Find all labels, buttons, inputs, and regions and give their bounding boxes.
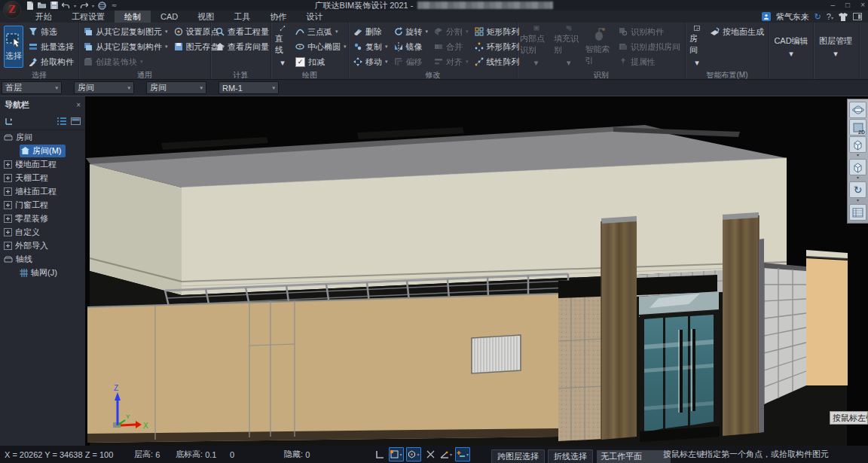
username-label[interactable]: 紫气东来 xyxy=(776,11,809,23)
linear-array-button[interactable]: 线性阵列 xyxy=(473,55,521,69)
schedule-table-button[interactable] xyxy=(849,204,866,221)
merge-button[interactable]: 合并 xyxy=(432,40,470,53)
category-select[interactable]: 房间▾ xyxy=(74,81,134,94)
type-select[interactable]: 房间▾ xyxy=(146,81,206,94)
layer-manage-button[interactable]: 图层管理▾ xyxy=(816,26,855,68)
create-decor-block-button[interactable]: 创建装饰块▾ xyxy=(82,55,170,69)
nav-item-room-category[interactable]: 房间 xyxy=(0,130,85,144)
expand-plus-icon[interactable] xyxy=(4,174,12,182)
expand-plus-icon[interactable] xyxy=(4,187,12,196)
expand-plus-icon[interactable] xyxy=(4,242,12,250)
card-view-icon[interactable] xyxy=(71,117,81,125)
redo-icon[interactable] xyxy=(80,2,88,10)
nav-item-room-m[interactable]: 房间(M) xyxy=(0,144,85,157)
center-ellipse-button[interactable]: 中心椭圆▾ xyxy=(294,40,348,53)
workplane-select[interactable]: 无工作平面▾ xyxy=(596,449,671,463)
expand-plus-icon[interactable] xyxy=(4,201,12,209)
tab-tools[interactable]: 工具 xyxy=(224,11,260,23)
angle-snap-icon[interactable]: ▾ xyxy=(439,448,453,461)
sync-icon[interactable]: ↻ xyxy=(815,12,821,22)
redo-dropdown-icon[interactable]: ▾ xyxy=(92,3,94,8)
glass-entrance-doors[interactable] xyxy=(640,310,720,442)
floor-select[interactable]: 首层▾ xyxy=(2,81,62,94)
maximize-button[interactable]: □ xyxy=(845,0,850,11)
selection-box-toggle[interactable]: ▾ xyxy=(389,447,404,461)
view-cube-button[interactable] xyxy=(849,136,866,153)
nav-item-axis-category[interactable]: 轴线 xyxy=(0,252,85,266)
close-button[interactable]: × xyxy=(860,0,865,11)
expand-plus-icon[interactable] xyxy=(4,160,12,169)
align-button[interactable]: 对齐▾ xyxy=(432,55,470,69)
new-axis-icon[interactable] xyxy=(5,117,14,126)
view-quantities-button[interactable]: 查看工程量 xyxy=(214,25,270,38)
tab-draw[interactable]: 绘制 xyxy=(115,11,151,23)
extract-properties-button[interactable]: 提属性 xyxy=(617,55,682,69)
view-cube-dropdown-icon[interactable]: ▾ xyxy=(857,154,859,158)
select-tool-button[interactable]: 选择 xyxy=(4,26,23,68)
model-viewport[interactable]: Z X Y 2D ▾ ▾ ↻ ▾ 按鼠标左键指定第一个角点，或拾取构件图元 xyxy=(86,96,868,446)
rotate-button[interactable]: 旋转▾ xyxy=(393,25,430,38)
minimize-button[interactable]: – xyxy=(831,0,836,11)
view-2d-button[interactable]: 2D xyxy=(849,119,866,136)
copy-components-from-layer-button[interactable]: 从其它层复制构件▾ xyxy=(82,40,170,53)
rotate-view-button[interactable]: ↻ xyxy=(849,181,866,198)
nav-item-axis-grid[interactable]: 轴网(J) xyxy=(0,266,85,279)
expand-plus-icon[interactable] xyxy=(4,215,12,223)
batch-select-button[interactable]: 批量选择 xyxy=(27,40,75,53)
inner-point-recognize-button[interactable]: 内部点识别▾ xyxy=(520,26,552,68)
deduction-checkbox[interactable]: ✓扣减 xyxy=(294,55,348,69)
save-icon[interactable] xyxy=(50,2,58,10)
tab-cad[interactable]: CAD xyxy=(151,11,188,23)
polar-array-button[interactable]: 环形阵列 xyxy=(473,40,521,53)
rect-array-button[interactable]: 矩形阵列 xyxy=(473,25,521,38)
nav-item-custom[interactable]: 自定义 xyxy=(0,225,85,239)
nav-item-external-import[interactable]: 外部导入 xyxy=(0,239,85,252)
nav-item-ceiling-works[interactable]: 天棚工程 xyxy=(0,171,85,184)
model-3d-view[interactable]: Z X Y xyxy=(86,96,868,448)
help-button[interactable]: ?▾ xyxy=(827,12,833,21)
orbit-view-button[interactable] xyxy=(849,102,866,118)
split-button[interactable]: 分割▾ xyxy=(432,25,470,38)
undo-icon[interactable] xyxy=(62,2,70,10)
expand-plus-icon[interactable] xyxy=(4,228,12,236)
offset-button[interactable]: 偏移 xyxy=(393,55,430,69)
copy-elements-from-layer-button[interactable]: 从其它层复制图元▾ xyxy=(82,25,170,38)
smart-index-button[interactable]: 智能索引 xyxy=(585,26,615,68)
tab-view[interactable]: 视图 xyxy=(188,11,224,23)
cloud-sync-icon[interactable] xyxy=(98,2,106,10)
nav-item-floor-works[interactable]: 楼地面工程 xyxy=(0,157,85,171)
tab-start[interactable]: 开始 xyxy=(26,11,62,23)
customize-toolbar-icon[interactable]: ≂ xyxy=(110,2,118,10)
tab-project-settings[interactable]: 工程设置 xyxy=(62,11,115,23)
nav-item-misc-decor[interactable]: 零星装修 xyxy=(0,212,85,225)
recognize-component-button[interactable]: 识别构件 xyxy=(617,25,682,38)
view-room-quantities-button[interactable]: 查看房间量 xyxy=(214,40,270,53)
theme-skin-icon[interactable] xyxy=(839,13,848,21)
app-logo[interactable]: Z xyxy=(3,1,21,19)
rotate-view-dropdown-icon[interactable]: ▾ xyxy=(857,199,859,203)
cad-edit-button[interactable]: CAD编辑▾ xyxy=(772,26,811,68)
cross-icon[interactable] xyxy=(423,448,437,461)
cross-layer-select-button[interactable]: 跨图层选择 xyxy=(491,449,545,463)
fill-recognize-button[interactable]: 填充识别▾ xyxy=(554,26,583,68)
open-folder-icon[interactable] xyxy=(38,2,46,10)
three-point-arc-button[interactable]: 三点弧▾ xyxy=(294,25,348,38)
pick-element-button[interactable]: 拾取构件 xyxy=(27,55,75,69)
navigator-close-icon[interactable]: × xyxy=(76,101,81,109)
delete-button[interactable]: 删除 xyxy=(352,25,390,38)
tracking-toggle[interactable]: ▾ xyxy=(455,447,470,461)
copy-button[interactable]: 复制▾ xyxy=(352,40,390,53)
room-tool-button[interactable]: 房间▾ xyxy=(689,26,704,68)
nav-item-wall-column-works[interactable]: 墙柱面工程 xyxy=(0,184,85,198)
workspace-panel-icon[interactable] xyxy=(853,13,862,21)
line-tool-button[interactable]: 直线▾ xyxy=(275,26,290,68)
generate-by-floor-button[interactable]: 按地面生成 xyxy=(708,25,766,38)
tab-design[interactable]: 设计 xyxy=(296,11,332,23)
list-view-icon[interactable] xyxy=(57,117,66,125)
nav-item-door-window-works[interactable]: 门窗工程 xyxy=(0,198,85,212)
recognize-virtual-room-button[interactable]: 识别虚拟房间 xyxy=(617,40,682,53)
mirror-button[interactable]: 镜像 xyxy=(393,40,430,53)
user-avatar[interactable] xyxy=(762,12,771,21)
view-cube-alt-button[interactable] xyxy=(849,159,866,175)
filter-select-button[interactable]: 筛选 xyxy=(27,25,75,38)
